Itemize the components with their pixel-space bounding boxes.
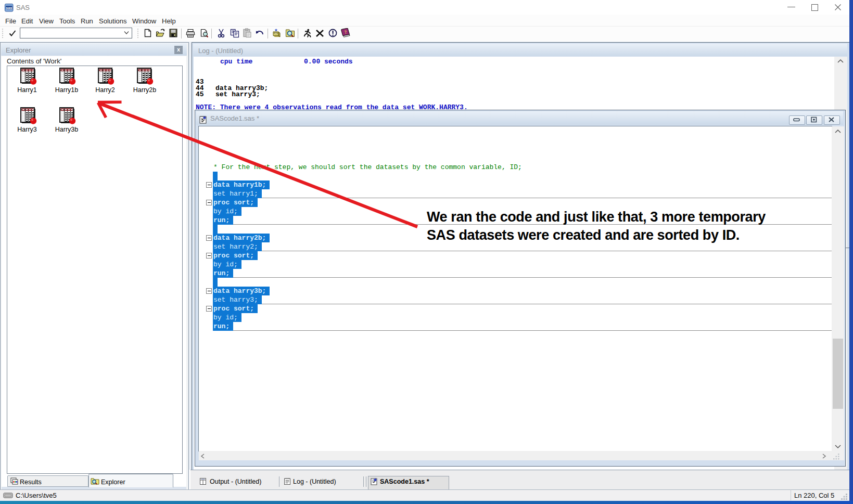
svg-text:sas: sas — [6, 6, 12, 10]
